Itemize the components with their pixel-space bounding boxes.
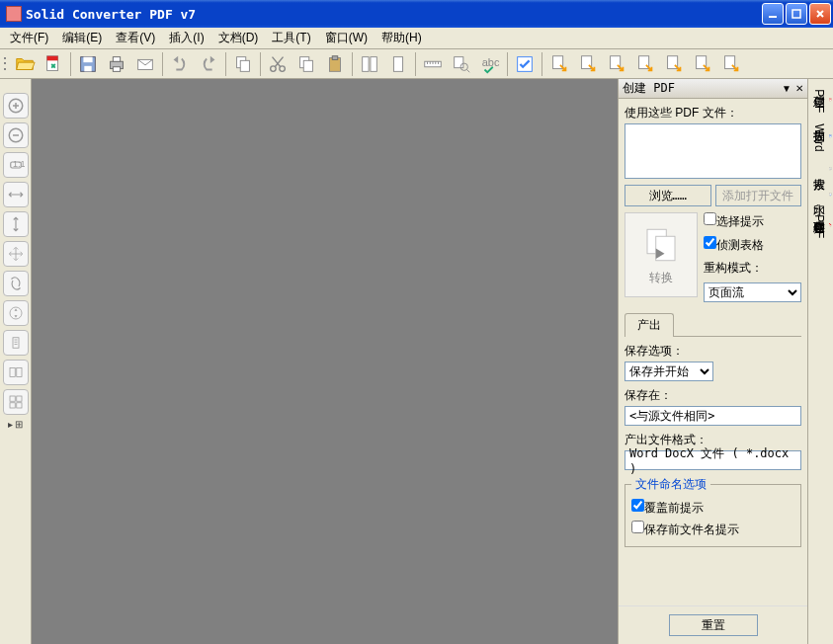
left-handle[interactable] xyxy=(4,83,28,89)
print-button[interactable] xyxy=(103,51,130,77)
toolbar-handle[interactable] xyxy=(4,52,10,76)
copy2-button[interactable] xyxy=(292,51,320,77)
close-button[interactable] xyxy=(809,3,831,25)
menu-document[interactable]: 文档(D) xyxy=(212,28,265,48)
files-label: 使用这些 PDF 文件： xyxy=(625,105,801,121)
export3-button[interactable] xyxy=(603,51,630,77)
panel-title: 创建 PDF xyxy=(623,80,782,97)
svg-rect-41 xyxy=(10,368,15,377)
reset-button[interactable]: 重置 xyxy=(669,614,758,636)
zoom-in-button[interactable] xyxy=(3,93,29,119)
page-grid-button[interactable] xyxy=(3,389,29,415)
page-double-button[interactable] xyxy=(3,360,29,385)
name-prompt-checkbox[interactable]: 保存前文件名提示 xyxy=(631,521,794,538)
svg-rect-46 xyxy=(16,403,21,408)
merge-icon xyxy=(829,216,832,234)
svg-rect-0 xyxy=(769,16,777,18)
export5-button[interactable] xyxy=(660,51,688,77)
find-button[interactable] xyxy=(448,51,475,77)
panel-close-icon[interactable]: ✕ xyxy=(795,83,803,94)
maximize-button[interactable] xyxy=(786,3,807,25)
svg-rect-7 xyxy=(84,65,91,71)
mail-button[interactable] xyxy=(131,51,159,77)
scroll-button[interactable] xyxy=(3,300,29,326)
svg-rect-20 xyxy=(363,56,369,71)
save-in-label: 保存在： xyxy=(625,387,801,404)
fit-page-button[interactable] xyxy=(3,241,29,267)
open-button[interactable] xyxy=(11,51,39,77)
menu-tools[interactable]: 工具(T) xyxy=(266,28,316,48)
zoom-out-button[interactable] xyxy=(3,122,29,148)
menu-file[interactable]: 文件(F) xyxy=(4,28,54,48)
paste-button[interactable] xyxy=(321,51,349,77)
panel-header: 创建 PDF ▼ ✕ xyxy=(619,79,807,99)
app-icon xyxy=(6,6,22,22)
menu-help[interactable]: 帮助(H) xyxy=(375,28,428,48)
export2-button[interactable] xyxy=(574,51,602,77)
svg-rect-57 xyxy=(830,224,831,226)
rotate-button[interactable] xyxy=(3,271,29,296)
select-prompt-checkbox[interactable]: 选择提示 xyxy=(704,212,801,230)
rtab-create-pdf[interactable]: 创建 PDF xyxy=(810,83,832,116)
redo-button[interactable] xyxy=(195,51,222,77)
detect-tables-checkbox[interactable]: 侦测表格 xyxy=(704,236,801,254)
expand-toggle[interactable]: ▸ ⊞ xyxy=(8,419,24,430)
page-single-button[interactable] xyxy=(3,330,29,356)
columns-button[interactable] xyxy=(356,51,383,77)
copy-button[interactable] xyxy=(229,51,257,77)
undo-button[interactable] xyxy=(166,51,194,77)
rtab-watermark[interactable]: 水印 xyxy=(810,183,832,206)
browse-button[interactable]: 浏览…… xyxy=(625,185,711,206)
ruler-button[interactable] xyxy=(419,51,447,77)
overwrite-prompt-checkbox[interactable]: 覆盖前提示 xyxy=(631,499,794,517)
menu-edit[interactable]: 编辑(E) xyxy=(56,28,108,48)
spell-button[interactable]: abc xyxy=(476,51,504,77)
menu-window[interactable]: 窗口(W) xyxy=(319,28,374,48)
zoom-100-button[interactable]: 1:1 xyxy=(3,152,29,178)
menu-view[interactable]: 查看(V) xyxy=(110,28,161,48)
export6-button[interactable] xyxy=(689,51,716,77)
convert-label: 转换 xyxy=(649,270,673,286)
open-pdf-button[interactable] xyxy=(40,51,67,77)
save-option-label: 保存选项： xyxy=(625,343,801,360)
rtab-search[interactable]: 搜索 xyxy=(810,157,832,181)
svg-rect-45 xyxy=(10,403,15,408)
tab-output[interactable]: 产出 xyxy=(625,313,674,337)
scan-icon xyxy=(829,127,832,145)
svg-rect-6 xyxy=(83,56,92,62)
svg-text:1:1: 1:1 xyxy=(13,159,25,169)
fit-width-button[interactable] xyxy=(3,182,29,207)
rtab-merge-pdf[interactable]: 创建联合并 PDF xyxy=(810,208,832,241)
menu-insert[interactable]: 插入(I) xyxy=(163,28,209,48)
minimize-button[interactable] xyxy=(762,3,784,25)
add-open-files-button[interactable]: 添加打开文件 xyxy=(715,185,802,206)
toolbar: abc xyxy=(0,49,833,79)
save-button[interactable] xyxy=(74,51,102,77)
files-listbox[interactable] xyxy=(625,123,801,179)
window-title: Solid Converter PDF v7 xyxy=(26,7,762,22)
save-option-select[interactable]: 保存并开始 xyxy=(625,362,713,381)
export1-button[interactable] xyxy=(545,51,573,77)
menu-bar: 文件(F) 编辑(E) 查看(V) 插入(I) 文档(D) 工具(T) 窗口(W… xyxy=(0,28,833,49)
single-page-button[interactable] xyxy=(384,51,412,77)
watermark-icon xyxy=(829,186,832,203)
recon-mode-label: 重构模式： xyxy=(704,260,801,277)
svg-rect-24 xyxy=(455,56,463,67)
svg-rect-19 xyxy=(332,55,338,59)
recon-mode-select[interactable]: 页面流 xyxy=(704,282,801,302)
rtab-scan-word[interactable]: 扫描为 Word xyxy=(810,118,832,155)
format-field[interactable]: Word DocX 文件 ( *.docx ) xyxy=(625,450,801,470)
svg-rect-10 xyxy=(113,66,120,71)
svg-rect-17 xyxy=(303,60,312,71)
right-tab-bar: 创建 PDF 扫描为 Word 搜索 水印 创建联合并 PDF xyxy=(807,79,833,644)
export4-button[interactable] xyxy=(631,51,659,77)
save-in-field[interactable]: <与源文件相同> xyxy=(625,406,801,426)
convert-button[interactable]: 转换 xyxy=(625,212,698,297)
export7-button[interactable] xyxy=(717,51,745,77)
search-icon xyxy=(829,160,832,178)
create-pdf-panel: 创建 PDF ▼ ✕ 使用这些 PDF 文件： 浏览…… 添加打开文件 转换 xyxy=(618,79,807,644)
cut-button[interactable] xyxy=(264,51,292,77)
fit-height-button[interactable] xyxy=(3,211,29,237)
check-button[interactable] xyxy=(511,51,539,77)
panel-dropdown-icon[interactable]: ▼ xyxy=(782,83,791,94)
